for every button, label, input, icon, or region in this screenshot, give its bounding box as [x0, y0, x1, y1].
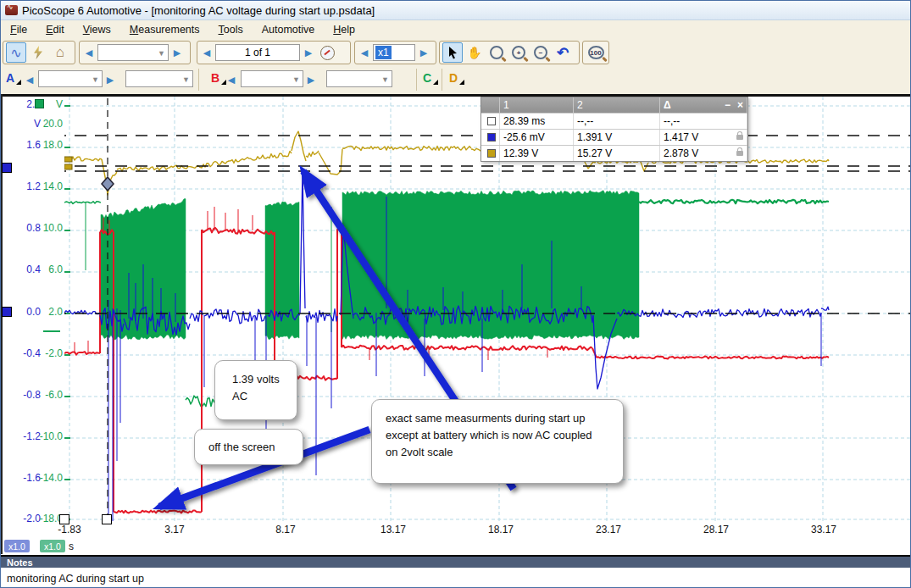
next-page-button[interactable]: ▶ [302, 43, 315, 62]
title-bar: PicoScope 6 Automotive - [monitoring AC … [1, 1, 911, 20]
notes-text-row[interactable]: monitoring AC during start up [1, 568, 911, 588]
channel-b-button[interactable]: B [211, 71, 219, 85]
goto-button[interactable] [317, 42, 337, 63]
channel-d-button[interactable]: D [449, 71, 458, 85]
time-ruler-handle-parked[interactable] [59, 514, 69, 524]
next-waveform-button[interactable]: ▶ [170, 43, 184, 62]
menu-automotive[interactable]: Automotive [253, 22, 325, 37]
yellow-ruler-swatch [487, 149, 496, 158]
ruler-legend-controls: Δ−× [660, 97, 747, 113]
chevron-down-icon: ▼ [92, 75, 99, 84]
picoscope-window: PicoScope 6 Automotive - [monitoring AC … [0, 0, 911, 588]
menu-bar: File Edit Views Measurements Tools Autom… [1, 20, 911, 40]
hand-tool-button[interactable]: ✋ [464, 42, 485, 63]
y-tick: 1.2 [26, 180, 41, 192]
y-tick: -6.0 [45, 389, 63, 401]
callout-139-volts[interactable]: 1.39 volts AC [214, 360, 297, 420]
prev-page-button[interactable]: ◀ [200, 43, 214, 62]
chevron-down-icon: ▼ [292, 75, 300, 84]
zoom-in-icon: + [512, 46, 525, 59]
green-channel-zero-marker [43, 330, 60, 332]
y-tick: 0.0 [26, 306, 41, 318]
zoom-out-step-button[interactable]: ◀ [358, 43, 371, 62]
x-tick: 13.17 [381, 524, 406, 535]
menu-edit[interactable]: Edit [36, 22, 74, 37]
window-title: PicoScope 6 Automotive - [monitoring AC … [22, 4, 375, 17]
normal-selection-tool-button[interactable] [442, 42, 463, 63]
waveform-view-button[interactable]: ∿ [6, 42, 26, 63]
channel-b-range-select[interactable]: ▼ [241, 70, 303, 87]
y-tick: 10.0 [43, 222, 63, 234]
x-axis-unit: s [69, 541, 74, 552]
menu-help[interactable]: Help [324, 22, 364, 37]
undo-zoom-button[interactable]: ↶ [553, 42, 573, 63]
channel-a-button[interactable]: A [6, 71, 14, 85]
x-tick: 18.17 [488, 524, 514, 535]
marquee-zoom-button[interactable] [486, 42, 507, 63]
waveform-icon: ∿ [10, 45, 21, 61]
y-tick: 0.4 [26, 263, 41, 275]
green-channel-marker[interactable] [35, 99, 44, 108]
home-button[interactable]: ⌂ [50, 42, 70, 63]
minimize-icon[interactable]: − [725, 99, 730, 111]
hand-icon: ✋ [467, 46, 481, 59]
blue-ruler-handle-upper[interactable] [2, 163, 12, 173]
channel-a-coupling-select[interactable]: ▼ [125, 70, 193, 87]
blue-ruler-handle-lower[interactable] [2, 307, 12, 317]
blue-ruler-swatch [487, 133, 496, 141]
y-tick: -2.0 [45, 347, 63, 359]
y-tick: -1.2 [23, 430, 41, 442]
channel-c-button[interactable]: C [423, 71, 431, 85]
y-tick: 1.6 [26, 139, 41, 151]
time-ruler-handle-active[interactable] [102, 514, 112, 524]
y-tick: -1.6 [23, 472, 41, 484]
y-unit-blue: V [34, 118, 41, 130]
lock-icon[interactable] [736, 151, 743, 156]
channel-b-range-down[interactable]: ◀ [225, 70, 238, 89]
y-tick: -2.0 [23, 513, 41, 524]
y-unit-green: V [56, 98, 63, 110]
y-tick: 20.0 [43, 118, 63, 130]
channel-a-range-down[interactable]: ◀ [23, 70, 36, 89]
channel-b-range-up[interactable]: ▶ [304, 70, 318, 89]
zoom-out-icon: − [534, 46, 547, 59]
menu-file[interactable]: File [1, 22, 36, 37]
menu-views[interactable]: Views [74, 22, 120, 37]
y-tick: 18.0 [43, 139, 63, 151]
zoom-factor-field[interactable]: x1 [373, 44, 415, 61]
main-toolbar: ∿ ⌂ ◀ ▼ ▶ ◀ 1 of 1 ▶ ◀ x1 ▶ ✋ + − [1, 39, 911, 67]
zoom-100-icon: 100 [588, 46, 604, 59]
y-tick: -10.0 [40, 430, 63, 442]
channel-a-range-up[interactable]: ▶ [103, 70, 117, 89]
cursor-arrow-icon [447, 46, 458, 59]
green-scale-badge[interactable]: x1.0 [40, 540, 65, 552]
delta-header: Δ [664, 99, 671, 111]
ruler-legend-header: 1 2 Δ−× [481, 97, 747, 113]
menu-measurements[interactable]: Measurements [120, 22, 209, 37]
ruler-legend-table[interactable]: 1 2 Δ−× 28.39 ms --,-- --,-- -25.6 mV 1.… [480, 97, 748, 162]
start-capture-button[interactable] [28, 42, 48, 63]
page-indicator[interactable]: 1 of 1 [215, 44, 300, 61]
channel-a-range-select[interactable]: ▼ [38, 70, 103, 87]
callout-off-the-screen[interactable]: off the screen [194, 429, 303, 465]
prev-waveform-button[interactable]: ◀ [82, 43, 96, 62]
channel-b-coupling-select[interactable]: ▼ [326, 70, 392, 87]
channel-toolbar: A ◀ ▼ ▶ ▼ B ◀ ▼ ▶ ▼ C D [1, 67, 911, 94]
close-icon[interactable]: × [737, 99, 743, 111]
menu-tools[interactable]: Tools [209, 22, 253, 37]
callout-exact-same-measurements[interactable]: exact same measurments during start up e… [371, 399, 624, 484]
waveform-select[interactable]: ▼ [97, 44, 169, 61]
lock-icon[interactable] [736, 135, 743, 140]
zoom-in-button[interactable]: + [508, 42, 529, 63]
marquee-zoom-icon [490, 46, 503, 59]
notes-header-bar: Notes [1, 555, 911, 568]
zoom-out-button[interactable]: − [530, 42, 551, 63]
notes-text: monitoring AC during start up [7, 573, 144, 585]
blue-scale-badge[interactable]: x1.0 [4, 540, 30, 552]
y-tick: -0.8 [23, 389, 41, 401]
zoom-in-step-button[interactable]: ▶ [417, 43, 431, 62]
ruler-legend-corner [481, 97, 500, 113]
zoom-full-button[interactable]: 100 [586, 42, 606, 63]
ruler-col-1-header: 1 [500, 97, 574, 113]
compass-dial-icon [320, 46, 335, 60]
